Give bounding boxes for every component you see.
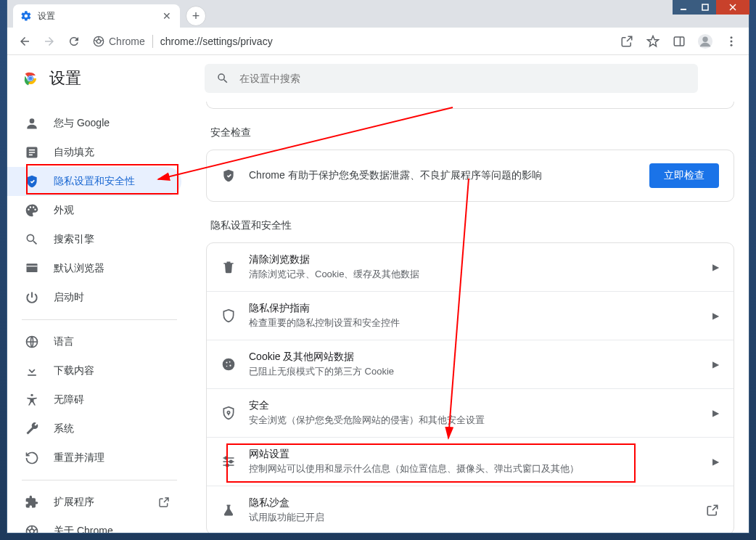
bookmark-icon[interactable] [643, 31, 663, 52]
sidebar-label: 下载内容 [54, 364, 94, 377]
chevron-right-icon: ▶ [712, 457, 719, 467]
sidebar-item-languages[interactable]: 语言 [7, 327, 181, 356]
window-controls [673, 0, 749, 15]
section-privacy-security: 隐私设置和安全性 [210, 219, 730, 232]
sidebar-item-default-browser[interactable]: 默认浏览器 [7, 254, 181, 283]
safety-check-button[interactable]: 立即检查 [649, 163, 719, 188]
extension-icon [25, 495, 39, 510]
row-subtitle: 检查重要的隐私控制设置和安全控件 [249, 316, 699, 330]
trash-icon [221, 260, 236, 274]
window-maximize-button[interactable] [694, 0, 716, 15]
sidebar-label: 搜索引擎 [54, 233, 94, 246]
profile-icon[interactable] [695, 31, 715, 52]
toolbar: Chrome chrome://settings/privacy [7, 28, 749, 55]
sidebar-label: 外观 [54, 204, 74, 217]
sidebar-item-search-engine[interactable]: 搜索引擎 [7, 225, 181, 254]
sidebar-item-reset[interactable]: 重置并清理 [7, 443, 181, 472]
browser-icon [25, 261, 39, 276]
window-minimize-button[interactable] [673, 0, 694, 15]
row-site-settings[interactable]: 网站设置控制网站可以使用和显示什么信息（如位置信息、摄像头、弹出式窗口及其他） … [207, 437, 734, 486]
search-icon [25, 232, 39, 247]
tune-icon [221, 454, 236, 469]
shield-icon [25, 174, 39, 189]
settings-main: 安全检查 Chrome 有助于保护您免受数据泄露、不良扩展程序等问题的影响 立即… [192, 102, 749, 533]
sidebar-label: 您与 Google [54, 117, 110, 130]
row-subtitle: 已阻止无痕模式下的第三方 Cookie [249, 365, 699, 378]
svg-point-28 [225, 457, 227, 459]
shield-icon [221, 168, 236, 183]
share-icon[interactable] [617, 31, 637, 52]
sidebar-item-you-and-google[interactable]: 您与 Google [7, 109, 181, 138]
row-title: 清除浏览数据 [249, 253, 699, 266]
svg-point-22 [223, 359, 235, 371]
shield-outline-icon [221, 308, 236, 323]
svg-point-10 [731, 44, 733, 46]
sidebar-item-downloads[interactable]: 下载内容 [7, 356, 181, 385]
tab-settings[interactable]: 设置 ✕ [13, 4, 180, 28]
site-chip[interactable]: Chrome [93, 35, 153, 48]
row-privacy-sandbox[interactable]: 隐私沙盒试用版功能已开启 [207, 486, 734, 533]
settings-search-input[interactable] [239, 73, 686, 84]
row-security[interactable]: 安全安全浏览（保护您免受危险网站的侵害）和其他安全设置 ▶ [207, 388, 734, 437]
svg-point-8 [731, 36, 733, 38]
sidebar-label: 隐私设置和安全性 [54, 175, 135, 188]
sidebar-item-on-startup[interactable]: 启动时 [7, 283, 181, 312]
sidebar-divider [22, 480, 177, 480]
svg-point-30 [226, 464, 229, 466]
svg-rect-0 [681, 9, 686, 10]
svg-point-9 [731, 40, 733, 42]
svg-point-26 [226, 366, 228, 367]
settings-search[interactable] [205, 64, 698, 93]
sidebar-label: 自动填充 [54, 146, 94, 159]
sidebar-item-autofill[interactable]: 自动填充 [7, 138, 181, 167]
chevron-right-icon: ▶ [712, 359, 719, 369]
svg-rect-4 [674, 37, 684, 46]
external-link-icon [706, 504, 719, 517]
cookie-icon [221, 357, 236, 372]
palette-icon [25, 203, 39, 218]
sidebar-item-appearance[interactable]: 外观 [7, 196, 181, 225]
sidebar-label: 默认浏览器 [54, 262, 104, 275]
settings-sidebar: 您与 Google 自动填充 隐私设置和安全性 外观 搜索引擎 [7, 102, 192, 533]
sidebar-label: 重置并清理 [54, 451, 104, 465]
settings-page: 设置 您与 Google 自动填充 [7, 55, 749, 533]
sidebar-label: 系统 [54, 422, 74, 435]
back-button[interactable] [15, 31, 35, 52]
svg-point-21 [30, 529, 34, 533]
page-title: 设置 [49, 68, 81, 89]
row-title: 网站设置 [249, 448, 699, 461]
sidebar-item-about-chrome[interactable]: 关于 Chrome [7, 517, 181, 533]
security-icon [221, 406, 236, 420]
reload-button[interactable] [64, 31, 84, 52]
tab-close-icon[interactable]: ✕ [161, 10, 173, 22]
autofill-icon [25, 145, 39, 160]
tab-title: 设置 [38, 10, 161, 22]
menu-icon[interactable] [721, 31, 741, 52]
row-privacy-guide[interactable]: 隐私保护指南检查重要的隐私控制设置和安全控件 ▶ [207, 291, 734, 340]
chevron-right-icon: ▶ [712, 408, 719, 418]
row-title: 安全 [249, 399, 699, 412]
safety-check-text: Chrome 有助于保护您免受数据泄露、不良扩展程序等问题的影响 [249, 169, 636, 182]
gear-icon [20, 10, 32, 22]
sidebar-label: 扩展程序 [54, 496, 94, 509]
svg-rect-1 [702, 4, 708, 10]
row-subtitle: 安全浏览（保护您免受危险网站的侵害）和其他安全设置 [249, 414, 699, 427]
new-tab-button[interactable]: + [186, 6, 206, 26]
sidebar-item-accessibility[interactable]: 无障碍 [7, 385, 181, 414]
sidebar-item-privacy-security[interactable]: 隐私设置和安全性 [7, 167, 181, 196]
forward-button[interactable] [39, 31, 59, 52]
sidebar-label: 无障碍 [54, 393, 84, 406]
chevron-right-icon: ▶ [712, 311, 719, 321]
address-bar[interactable]: Chrome chrome://settings/privacy [89, 30, 612, 52]
window-close-button[interactable] [716, 0, 749, 15]
row-subtitle: 清除浏览记录、Cookie、缓存及其他数据 [249, 268, 699, 281]
side-panel-icon[interactable] [669, 31, 689, 52]
row-cookies[interactable]: Cookie 及其他网站数据已阻止无痕模式下的第三方 Cookie ▶ [207, 340, 734, 388]
svg-point-7 [702, 36, 707, 41]
svg-point-25 [229, 365, 231, 367]
row-clear-browsing-data[interactable]: 清除浏览数据清除浏览记录、Cookie、缓存及其他数据 ▶ [207, 243, 734, 291]
sidebar-item-extensions[interactable]: 扩展程序 [7, 488, 181, 517]
download-icon [25, 364, 39, 378]
sidebar-item-system[interactable]: 系统 [7, 414, 181, 443]
restore-icon [25, 451, 39, 465]
